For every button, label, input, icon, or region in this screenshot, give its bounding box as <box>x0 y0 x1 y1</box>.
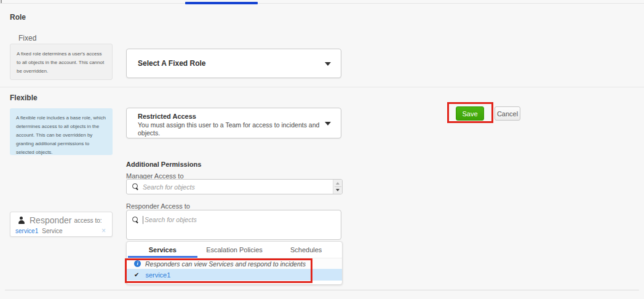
save-button[interactable]: Save <box>456 106 484 121</box>
text-cursor <box>143 216 143 224</box>
search-icon <box>132 217 139 223</box>
results-annotation-rectangle <box>125 258 312 283</box>
cancel-button[interactable]: Cancel <box>495 106 520 121</box>
flexible-role-dropdown[interactable]: Restricted Access You must assign this u… <box>126 108 341 138</box>
responder-access-label: Responder Access to <box>126 202 190 210</box>
fixed-role-description: A fixed role determines a user's access … <box>10 44 113 80</box>
chip-object-link[interactable]: service1 <box>15 228 38 234</box>
bottom-divider <box>5 290 639 290</box>
active-tab-indicator <box>185 2 258 4</box>
chevron-down-icon <box>325 62 331 66</box>
flexible-role-dropdown-subtitle: You must assign this user to a Team for … <box>138 121 322 137</box>
tab-schedules[interactable]: Schedules <box>270 242 342 258</box>
manager-search-placeholder: Search for objects <box>143 183 195 191</box>
manager-access-search-input[interactable]: Search for objects <box>126 179 343 194</box>
fixed-role-dropdown-label: Select A Fixed Role <box>138 59 205 68</box>
role-section-title: Role <box>10 13 26 22</box>
search-icon <box>132 183 139 190</box>
fixed-label: Fixed <box>18 34 36 42</box>
spinner-up-icon[interactable] <box>336 182 340 185</box>
input-spinner[interactable] <box>333 180 342 194</box>
top-divider <box>0 3 644 4</box>
section-divider <box>0 87 644 87</box>
tab-services[interactable]: Services <box>127 242 199 258</box>
person-icon <box>18 217 25 224</box>
responder-search-placeholder: Search for objects <box>145 216 197 223</box>
chevron-down-icon <box>325 122 331 126</box>
responder-access-chip: Responder access to: service1 Service × <box>10 212 113 237</box>
chip-object-type: Service <box>42 228 62 234</box>
chip-role-label: Responder <box>30 215 72 225</box>
spinner-down-icon[interactable] <box>336 189 340 191</box>
tab-escalation-policies[interactable]: Escalation Policies <box>199 242 271 258</box>
flexible-role-dropdown-title: Restricted Access <box>138 113 341 121</box>
flexible-role-description: A flexible role includes a base role, wh… <box>10 108 113 155</box>
flexible-label: Flexible <box>10 94 38 102</box>
fixed-role-dropdown[interactable]: Select A Fixed Role <box>126 49 341 78</box>
chip-suffix-label: access to: <box>74 217 102 224</box>
close-icon[interactable]: × <box>101 227 107 234</box>
additional-permissions-title: Additional Permissions <box>126 161 201 168</box>
results-tab-bar: Services Escalation Policies Schedules <box>127 242 342 258</box>
responder-access-search-input[interactable]: Search for objects <box>126 210 341 240</box>
